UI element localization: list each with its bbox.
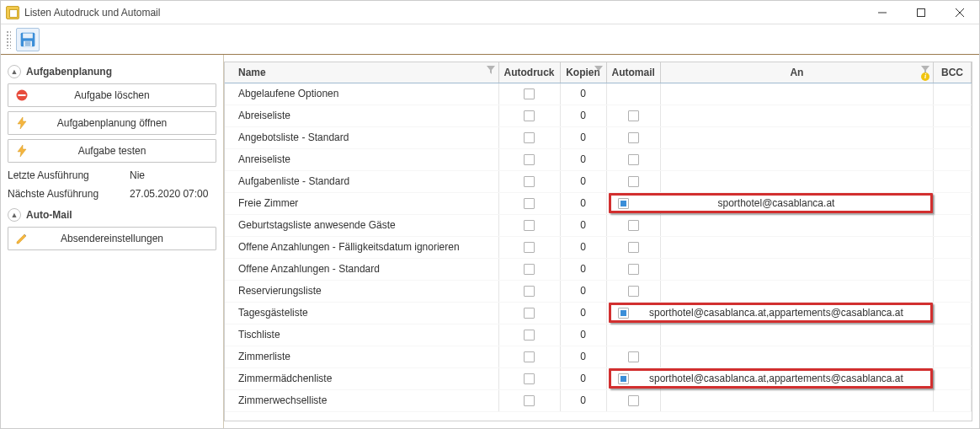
cell-bcc[interactable]: [934, 170, 972, 192]
cell-name[interactable]: Freie Zimmer: [225, 192, 498, 214]
cell-kopien[interactable]: 0: [560, 126, 606, 148]
checkbox-autodruck[interactable]: [524, 88, 535, 99]
cell-name[interactable]: Anreiseliste: [225, 148, 498, 170]
checkbox-automail[interactable]: [628, 110, 639, 121]
checkbox-automail[interactable]: [618, 198, 629, 209]
checkbox-autodruck[interactable]: [524, 286, 535, 297]
cell-bcc[interactable]: [934, 105, 972, 126]
col-header-autodruck[interactable]: Autodruck: [498, 62, 560, 83]
test-task-button[interactable]: Aufgabe testen: [8, 139, 216, 163]
cell-an[interactable]: [660, 280, 933, 302]
cell-bcc[interactable]: [934, 346, 972, 367]
cell-an[interactable]: [660, 148, 933, 170]
col-header-an[interactable]: An i: [660, 62, 933, 83]
checkbox-automail[interactable]: [628, 242, 639, 253]
table-row[interactable]: Zimmermädchenliste0sporthotel@casablanca…: [225, 367, 972, 389]
panel-header-automail[interactable]: ▲ Auto-Mail: [8, 208, 216, 222]
cell-bcc[interactable]: [934, 148, 972, 170]
table-row[interactable]: Anreiseliste0: [225, 148, 972, 170]
cell-bcc[interactable]: [934, 367, 972, 389]
checkbox-autodruck[interactable]: [524, 395, 535, 406]
checkbox-autodruck[interactable]: [524, 330, 535, 341]
checkbox-automail[interactable]: [628, 351, 639, 362]
cell-an[interactable]: [660, 83, 933, 105]
cell-an[interactable]: sporthotel@casablanca.at,appartements@ca…: [660, 367, 933, 389]
minimize-button[interactable]: [863, 1, 902, 24]
table-row[interactable]: Abreiseliste0: [225, 105, 972, 126]
cell-bcc[interactable]: [934, 258, 972, 280]
cell-bcc[interactable]: [934, 83, 972, 105]
checkbox-automail[interactable]: [628, 286, 639, 297]
checkbox-autodruck[interactable]: [524, 176, 535, 187]
cell-an[interactable]: [660, 126, 933, 148]
cell-kopien[interactable]: 0: [560, 324, 606, 346]
table-row[interactable]: Abgelaufene Optionen0: [225, 83, 972, 105]
cell-kopien[interactable]: 0: [560, 83, 606, 105]
cell-bcc[interactable]: [934, 214, 972, 236]
table-row[interactable]: Tagesgästeliste0sporthotel@casablanca.at…: [225, 302, 972, 324]
checkbox-autodruck[interactable]: [524, 110, 535, 121]
checkbox-automail[interactable]: [628, 176, 639, 187]
cell-name[interactable]: Reservierungsliste: [225, 280, 498, 302]
cell-kopien[interactable]: 0: [560, 148, 606, 170]
table-row[interactable]: Reservierungsliste0: [225, 280, 972, 302]
col-header-name[interactable]: Name: [225, 62, 498, 83]
checkbox-autodruck[interactable]: [524, 154, 535, 165]
col-header-automail[interactable]: Automail: [606, 62, 660, 83]
cell-an[interactable]: sporthotel@casablanca.at: [660, 192, 933, 214]
checkbox-autodruck[interactable]: [524, 351, 535, 362]
table-row[interactable]: Aufgabenliste - Standard0: [225, 170, 972, 192]
cell-kopien[interactable]: 0: [560, 236, 606, 258]
cell-name[interactable]: Zimmermädchenliste: [225, 367, 498, 389]
col-header-kopien[interactable]: Kopien: [560, 62, 606, 83]
cell-kopien[interactable]: 0: [560, 105, 606, 126]
cell-name[interactable]: Tischliste: [225, 324, 498, 346]
cell-kopien[interactable]: 0: [560, 170, 606, 192]
table-row[interactable]: Freie Zimmer0sporthotel@casablanca.at: [225, 192, 972, 214]
cell-bcc[interactable]: [934, 280, 972, 302]
cell-an[interactable]: [660, 105, 933, 126]
cell-kopien[interactable]: 0: [560, 389, 606, 411]
checkbox-automail[interactable]: [628, 132, 639, 143]
cell-bcc[interactable]: [934, 236, 972, 258]
cell-kopien[interactable]: 0: [560, 346, 606, 367]
checkbox-autodruck[interactable]: [524, 308, 535, 319]
cell-name[interactable]: Aufgabenliste - Standard: [225, 170, 498, 192]
table-row[interactable]: Offene Anzahlungen - Standard0: [225, 258, 972, 280]
table-row[interactable]: Angebotsliste - Standard0: [225, 126, 972, 148]
checkbox-automail[interactable]: [618, 308, 629, 319]
checkbox-autodruck[interactable]: [524, 198, 535, 209]
checkbox-autodruck[interactable]: [524, 264, 535, 275]
close-button[interactable]: [940, 1, 979, 24]
table-row[interactable]: Zimmerwechselliste0: [225, 389, 972, 411]
checkbox-autodruck[interactable]: [524, 373, 535, 384]
checkbox-automail[interactable]: [628, 154, 639, 165]
cell-name[interactable]: Tagesgästeliste: [225, 302, 498, 324]
checkbox-autodruck[interactable]: [524, 132, 535, 143]
cell-name[interactable]: Offene Anzahlungen - Standard: [225, 258, 498, 280]
cell-name[interactable]: Angebotsliste - Standard: [225, 126, 498, 148]
table-row[interactable]: Zimmerliste0: [225, 346, 972, 367]
cell-bcc[interactable]: [934, 126, 972, 148]
cell-name[interactable]: Offene Anzahlungen - Fälligkeitsdatum ig…: [225, 236, 498, 258]
cell-an[interactable]: [660, 389, 933, 411]
cell-an[interactable]: sporthotel@casablanca.at,appartements@ca…: [660, 302, 933, 324]
table-row[interactable]: Geburtstagsliste anwesende Gäste0: [225, 214, 972, 236]
table-row[interactable]: Tischliste0: [225, 324, 972, 346]
sender-settings-button[interactable]: Absendereinstellungen: [8, 227, 216, 250]
cell-kopien[interactable]: 0: [560, 214, 606, 236]
cell-name[interactable]: Abgelaufene Optionen: [225, 83, 498, 105]
checkbox-autodruck[interactable]: [524, 242, 535, 253]
cell-bcc[interactable]: [934, 192, 972, 214]
cell-an[interactable]: [660, 236, 933, 258]
panel-header-tasks[interactable]: ▲ Aufgabenplanung: [8, 65, 216, 78]
cell-an[interactable]: [660, 214, 933, 236]
cell-kopien[interactable]: 0: [560, 258, 606, 280]
cell-bcc[interactable]: [934, 389, 972, 411]
save-button[interactable]: [16, 28, 40, 51]
cell-kopien[interactable]: 0: [560, 367, 606, 389]
delete-task-button[interactable]: Aufgabe löschen: [8, 83, 216, 107]
checkbox-automail[interactable]: [628, 395, 639, 406]
cell-an[interactable]: [660, 258, 933, 280]
maximize-button[interactable]: [902, 1, 940, 24]
